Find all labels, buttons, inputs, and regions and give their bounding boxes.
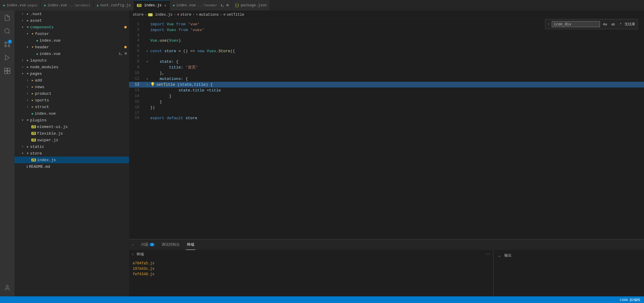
tab-index-vue-header[interactable]: ◆ index.vue ...\header 1, M bbox=[170, 0, 232, 11]
sidebar-item-footer-index[interactable]: ◆ index.vue bbox=[14, 37, 129, 44]
sidebar-item-header[interactable]: ▾ header bbox=[14, 44, 129, 50]
sidebar-item-news[interactable]: ▸ news bbox=[14, 84, 129, 90]
sidebar-item-label: swiper.js bbox=[37, 138, 58, 142]
sidebar-item-label: static bbox=[30, 145, 44, 149]
sidebar-item-layouts[interactable]: ▸ layouts bbox=[14, 57, 129, 64]
tab-index-vue-pages[interactable]: ◆ index.vue pages bbox=[0, 0, 41, 11]
panel-tab-label: 终端 bbox=[187, 242, 194, 247]
activity-search[interactable] bbox=[1, 25, 13, 37]
sidebar-item-readme[interactable]: ℹ README.md bbox=[14, 163, 129, 170]
arrow-icon bbox=[22, 25, 27, 29]
sidebar-item-label: index.vue bbox=[40, 38, 61, 43]
terminal-expand-btn[interactable]: › bbox=[132, 251, 134, 257]
code-line-highlighted: 12 💡setTitle (state,title) { bbox=[129, 82, 644, 88]
code-editor[interactable]: 1 import Vue from 'vue' 2 import Vuex fr… bbox=[129, 19, 644, 239]
activity-bar: 1 bbox=[0, 11, 14, 296]
sidebar-item-pages[interactable]: ▾ pages bbox=[14, 70, 129, 77]
sidebar-item-label: product bbox=[35, 91, 52, 96]
sidebar-item-store[interactable]: ▾ store bbox=[14, 150, 129, 157]
sidebar-item-flexible[interactable]: JS flexible.js bbox=[14, 130, 129, 137]
terminal-line: 197d43c.js bbox=[133, 266, 490, 272]
find-input[interactable] bbox=[552, 21, 600, 27]
activity-git[interactable]: 1 bbox=[1, 38, 13, 50]
tab-label: index.vue bbox=[7, 3, 26, 8]
activity-user[interactable] bbox=[1, 282, 13, 294]
activity-extensions[interactable] bbox=[1, 65, 13, 77]
sidebar-item-plugins[interactable]: ▾ plugins bbox=[14, 117, 129, 123]
find-widget: › Aa ab .* 无结果 bbox=[545, 19, 638, 29]
sidebar-item-label: node_modules bbox=[30, 65, 59, 69]
find-regex-btn[interactable]: .* bbox=[618, 22, 623, 27]
code-line: 16 }) bbox=[129, 105, 644, 110]
find-case-btn[interactable]: Aa bbox=[602, 22, 608, 27]
tab-label: nuxt.config.js bbox=[100, 3, 131, 8]
folder-open-icon: ▾ bbox=[31, 31, 34, 36]
panel-area: › 问题 1 调试控制台 终端 bbox=[129, 239, 644, 296]
sidebar-item-header-index[interactable]: ◆ index.vue 1, M bbox=[14, 50, 129, 57]
sidebar-item-asset[interactable]: ▸ asset bbox=[14, 17, 129, 24]
sidebar-item-label: layouts bbox=[30, 58, 47, 63]
panel-tabs: › 问题 1 调试控制台 终端 bbox=[129, 239, 644, 250]
sidebar-item-product[interactable]: ▸ product bbox=[14, 90, 129, 97]
panel-tab-terminal[interactable]: 终端 bbox=[186, 239, 195, 250]
sidebar-item-label: footer bbox=[35, 32, 49, 36]
panel-expand-btn[interactable]: › bbox=[132, 242, 134, 247]
code-line: 8 state: { bbox=[129, 59, 644, 65]
sidebar-item-label: asset bbox=[30, 18, 42, 23]
arrow-icon bbox=[22, 152, 27, 155]
status-bar: CSDN @Z编程 bbox=[0, 296, 644, 303]
panel-tab-debug-console[interactable]: 调试控制台 bbox=[160, 239, 181, 250]
tab-nuxt-config[interactable]: ▲ nuxt.config.js bbox=[94, 0, 134, 11]
find-word-btn[interactable]: ab bbox=[610, 22, 616, 27]
sidebar-item-label: struct bbox=[35, 105, 49, 109]
sidebar-item-label: store bbox=[30, 151, 42, 156]
sidebar-item-components[interactable]: ▾ components bbox=[14, 24, 129, 30]
svg-point-4 bbox=[5, 45, 7, 47]
arrow-icon bbox=[27, 92, 31, 95]
sidebar-item-element-ui[interactable]: JS element-ui.js bbox=[14, 123, 129, 130]
sidebar-item-add[interactable]: ▸ add bbox=[14, 77, 129, 84]
tab-package-json[interactable]: {} package.json bbox=[232, 0, 270, 11]
sidebar-item-footer[interactable]: ▾ footer bbox=[14, 30, 129, 37]
arrow-icon bbox=[27, 99, 31, 102]
panel-content: › 终端 ⋯ e704fa5.js 197d43c.js fef4348.js bbox=[129, 250, 644, 296]
tab-index-js[interactable]: JS index.js ✕ bbox=[134, 0, 170, 11]
sidebar-item-pages-index[interactable]: ◆ index.vue bbox=[14, 110, 129, 117]
activity-debug[interactable] bbox=[1, 52, 13, 64]
sidebar-item-label: sports bbox=[35, 98, 49, 103]
code-line: 17 bbox=[129, 110, 644, 115]
tab-sublabel: ...\header bbox=[197, 4, 217, 7]
sidebar-item-static[interactable]: ▸ static bbox=[14, 143, 129, 150]
output-expand-btn[interactable]: ⌄ bbox=[497, 252, 502, 258]
status-text: CSDN @Z编程 bbox=[620, 298, 640, 302]
breadcrumb-mutations-icon: ✎ bbox=[196, 12, 198, 17]
tab-label: index.js bbox=[144, 3, 162, 8]
modified-badge bbox=[124, 26, 127, 28]
tab-line-col: 1, M bbox=[220, 4, 228, 7]
folder-open-icon: ▾ bbox=[27, 25, 29, 30]
terminal-dots-btn[interactable]: ⋯ bbox=[485, 251, 491, 257]
sidebar-item-struct[interactable]: ▸ struct bbox=[14, 104, 129, 110]
svg-rect-9 bbox=[5, 71, 7, 74]
svg-rect-10 bbox=[8, 71, 10, 74]
sidebar-item-nuxt[interactable]: ▸ .nuxt bbox=[14, 11, 129, 17]
output-title: 输出 bbox=[504, 253, 512, 258]
sidebar-item-sports[interactable]: ▸ sports bbox=[14, 97, 129, 104]
terminal-area[interactable]: e704fa5.js 197d43c.js fef4348.js bbox=[129, 258, 493, 296]
sidebar-item-swiper[interactable]: JS swiper.js bbox=[14, 137, 129, 143]
sidebar-item-store-index[interactable]: JS index.js bbox=[14, 157, 129, 163]
folder-open-icon: ▾ bbox=[27, 151, 29, 156]
folder-icon: ▸ bbox=[27, 65, 29, 69]
tab-label: index.vue bbox=[176, 3, 196, 8]
git-badge: 1 bbox=[8, 40, 12, 44]
arrow-icon bbox=[27, 105, 31, 109]
tab-close-button[interactable]: ✕ bbox=[164, 3, 166, 8]
panel-tab-label: 问题 bbox=[141, 242, 148, 247]
panel-tab-problems[interactable]: 问题 1 bbox=[140, 239, 156, 250]
sidebar-item-label: index.vue bbox=[35, 111, 56, 116]
find-expand-icon[interactable]: › bbox=[548, 22, 550, 26]
editor-area: store › JS index.js › ⊗ store › ✎ mutati… bbox=[129, 11, 644, 296]
tab-index-vue-product[interactable]: ◆ index.vue ...\product bbox=[41, 0, 94, 11]
sidebar-item-node-modules[interactable]: ▸ node_modules bbox=[14, 64, 129, 70]
activity-files[interactable] bbox=[1, 12, 13, 24]
